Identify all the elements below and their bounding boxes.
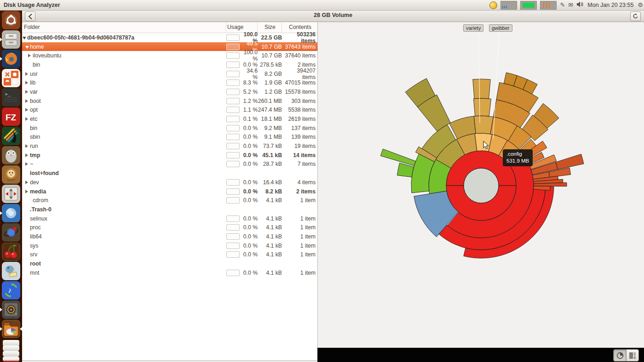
expander-expanded-icon[interactable] xyxy=(25,44,30,50)
usage-progress-bar xyxy=(226,71,240,77)
column-header-folder[interactable]: Folder xyxy=(22,22,226,33)
firefox-icon[interactable] xyxy=(2,50,20,68)
software-center-icon[interactable] xyxy=(2,69,20,87)
chart-center-circle[interactable] xyxy=(464,168,499,203)
folder-name: bin xyxy=(30,125,37,131)
lion-app-icon[interactable] xyxy=(2,165,20,184)
rings-chart-view-button[interactable] xyxy=(614,350,626,361)
system-monitor-network-indicator[interactable] xyxy=(500,1,517,10)
sync-arrows-app-icon[interactable] xyxy=(2,185,20,203)
ring-segment[interactable] xyxy=(556,154,584,169)
expander-collapsed-icon[interactable] xyxy=(25,71,30,77)
ring-segment[interactable] xyxy=(380,149,415,166)
tree-row-bin[interactable]: bin0.0 %278.5 kB2 items xyxy=(22,60,317,69)
app-menu-title[interactable]: Disk Usage Analyzer xyxy=(0,2,60,8)
expander-collapsed-icon[interactable] xyxy=(25,188,30,195)
atom-orbit-app-icon[interactable] xyxy=(2,223,20,242)
owl-app-icon[interactable] xyxy=(2,146,20,164)
usage-progress-bar xyxy=(226,44,240,50)
tree-row-dbeec600-05fc-4681-9b04-9d060478787a[interactable]: dbeec600-05fc-4681-9b04-9d060478787a100.… xyxy=(22,33,317,42)
terminal-icon[interactable]: >_ xyxy=(2,88,20,107)
tree-row-proc[interactable]: proc0.0 %4.1 kB1 item xyxy=(22,223,317,232)
usage-percent: 0.0 % xyxy=(241,143,258,149)
tree-row-mnt[interactable]: mnt0.0 %4.1 kB1 item xyxy=(22,268,317,277)
expander-collapsed-icon[interactable] xyxy=(25,89,30,95)
files-icon[interactable] xyxy=(2,30,20,49)
usage-progress-bar xyxy=(226,224,240,231)
tree-row-var[interactable]: var5.2 %1.2 GB15578 items xyxy=(22,87,317,96)
usage-percent: 0.1 % xyxy=(241,116,258,122)
music-tagger-bird-icon[interactable] xyxy=(2,262,20,280)
expander-expanded-icon[interactable] xyxy=(23,34,27,41)
tree-row-tmp[interactable]: tmp0.0 %45.1 kB14 items xyxy=(22,151,317,160)
tree-row-sbin[interactable]: sbin0.0 %9.1 MB139 items xyxy=(22,133,317,142)
folded-launcher-icon[interactable] xyxy=(3,356,19,362)
tree-row-dev[interactable]: dev0.0 %16.4 kB4 items xyxy=(22,178,317,187)
tree-row-run[interactable]: run0.0 %73.7 kB19 items xyxy=(22,141,317,151)
speaker-box-app-icon[interactable] xyxy=(2,300,20,319)
rescan-button[interactable] xyxy=(630,11,641,21)
tree-row-bin[interactable]: bin0.0 %9.2 MB137 items xyxy=(22,124,317,133)
disk-usage-analyzer-icon[interactable] xyxy=(2,320,20,338)
treemap-view-button[interactable] xyxy=(626,350,638,361)
clock-indicator[interactable]: Mon Jan 20 23:55 xyxy=(586,2,634,8)
system-monitor-memory-indicator[interactable] xyxy=(520,1,537,10)
expander-collapsed-icon[interactable] xyxy=(25,107,30,113)
expander-collapsed-icon[interactable] xyxy=(25,116,30,122)
notification-fish-icon[interactable] xyxy=(489,1,497,9)
folder-name: lost+found xyxy=(30,170,59,176)
expander-collapsed-icon[interactable] xyxy=(25,143,30,149)
folder-size: 4.1 kB xyxy=(258,197,282,204)
expander-collapsed-icon[interactable] xyxy=(25,161,30,167)
ring-segment[interactable] xyxy=(474,116,493,134)
folded-launcher-icon[interactable] xyxy=(3,345,19,351)
session-gear-icon[interactable]: ⚙ xyxy=(638,0,643,10)
tree-row-lost+found[interactable]: lost+found xyxy=(22,169,317,178)
tree-row-selinux[interactable]: selinux0.0 %4.1 kB1 item xyxy=(22,214,317,223)
desktop-screen: Disk Usage Analyzer ✎✉Mon Jan 20 23:55⚙ … xyxy=(0,0,644,362)
expander-collapsed-icon[interactable] xyxy=(25,98,30,104)
chromium-icon[interactable] xyxy=(2,204,20,222)
folder-name: root xyxy=(30,260,41,267)
rainbow-app-icon[interactable] xyxy=(2,127,20,145)
ring-segment[interactable] xyxy=(473,79,490,99)
folder-size: 247.4 MB xyxy=(258,107,282,113)
volume-speaker-icon[interactable] xyxy=(576,1,583,10)
tree-row-root[interactable]: root xyxy=(22,259,317,268)
expander-collapsed-icon[interactable] xyxy=(28,52,33,59)
tree-row-sys[interactable]: sys0.0 %4.1 kB1 item xyxy=(22,241,317,250)
tree-row-.Trash-0[interactable]: .Trash-0 xyxy=(22,205,317,214)
tree-row-iloveubuntu[interactable]: iloveubuntu100.0 %10.7 GB37640 items xyxy=(22,51,317,60)
usage-progress-bar xyxy=(226,215,240,222)
tree-row-~[interactable]: ~0.0 %28.7 kB7 items xyxy=(22,160,317,169)
tree-row-lib[interactable]: lib8.3 %1.9 GB47015 items xyxy=(22,78,317,87)
tree-row-usr[interactable]: usr34.6 %8.2 GB394207 items xyxy=(22,69,317,79)
mail-envelope-icon[interactable]: ✉ xyxy=(568,0,573,10)
expander-collapsed-icon[interactable] xyxy=(25,152,30,158)
system-monitor-cpu-indicator[interactable] xyxy=(540,1,557,10)
tree-row-boot[interactable]: boot1.2 %260.1 MB303 items xyxy=(22,96,317,106)
ring-segment[interactable] xyxy=(473,98,491,116)
rings-chart[interactable] xyxy=(318,22,644,348)
tree-row-media[interactable]: media0.0 %8.2 kB2 items xyxy=(22,187,317,196)
notes-pencil-icon[interactable]: ✎ xyxy=(560,0,565,10)
chart-tooltip: .config 531.9 MB xyxy=(503,149,533,166)
tree-row-srv[interactable]: srv0.0 %4.1 kB1 item xyxy=(22,250,317,260)
cherrytree-icon[interactable] xyxy=(2,243,20,261)
tree-row-etc[interactable]: etc0.1 %18.1 MB2619 items xyxy=(22,114,317,124)
usage-percent: 0.0 % xyxy=(241,152,258,158)
system-tray: ✎✉Mon Jan 20 23:55⚙ xyxy=(489,0,643,10)
tree-row-lib64[interactable]: lib640.0 %4.1 kB1 item xyxy=(22,232,317,241)
folded-launcher-icon[interactable] xyxy=(3,351,19,356)
tree-row-cdrom[interactable]: cdrom0.0 %4.1 kB1 item xyxy=(22,196,317,205)
music-sync-icon[interactable]: ♪ xyxy=(2,281,20,300)
expander-collapsed-icon[interactable] xyxy=(25,179,30,186)
usage-percent: 0.0 % xyxy=(241,197,258,204)
tree-row-home[interactable]: home49.5 %10.7 GB37643 items xyxy=(22,42,317,51)
ubuntu-dash-icon[interactable] xyxy=(2,11,20,29)
column-header-size[interactable]: Size xyxy=(258,22,282,33)
filezilla-icon[interactable]: FZ xyxy=(2,107,20,126)
usage-progress-bar xyxy=(226,152,240,158)
tree-row-opt[interactable]: opt1.1 %247.4 MB5538 items xyxy=(22,106,317,115)
expander-collapsed-icon[interactable] xyxy=(25,79,30,86)
